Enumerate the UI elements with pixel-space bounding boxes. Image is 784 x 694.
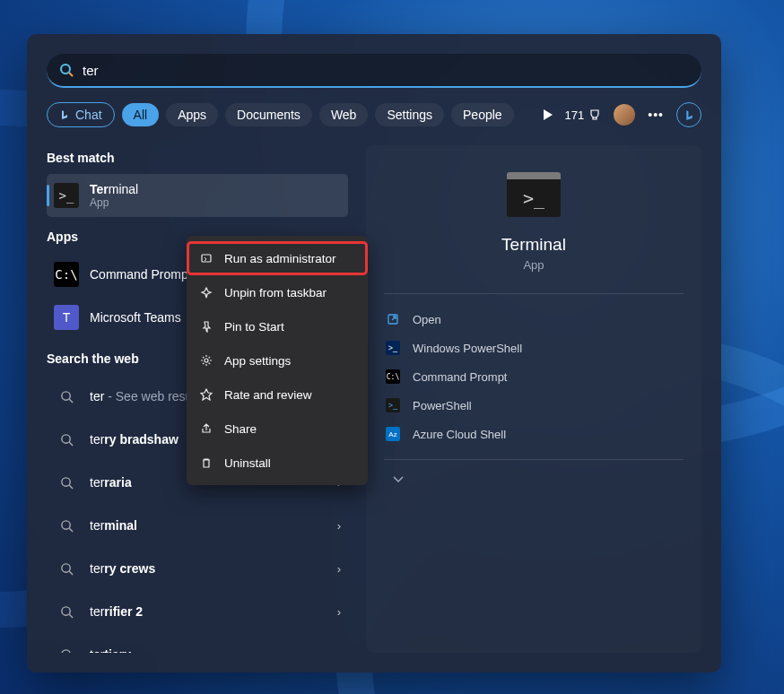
search-icon: [54, 384, 79, 409]
filter-web[interactable]: Web: [319, 103, 369, 126]
web-suggestion[interactable]: terry crews ›: [47, 547, 348, 590]
filter-people[interactable]: People: [451, 103, 514, 126]
action-label: Azure Cloud Shell: [413, 428, 506, 441]
ctx-label: Pin to Start: [224, 320, 284, 334]
search-query: ter: [83, 63, 99, 78]
cmd-icon: C:\: [54, 262, 79, 287]
panel-title: Terminal: [501, 235, 566, 255]
result-title: Terminal: [90, 182, 341, 196]
preview-panel: >_ Terminal App Open>_ Windows PowerShel…: [366, 145, 701, 653]
svg-point-8: [61, 520, 69, 528]
chevron-right-icon: ›: [337, 562, 341, 576]
ctx-admin[interactable]: Run as administrator: [187, 241, 368, 275]
panel-action-open[interactable]: Open: [384, 305, 684, 334]
filter-documents[interactable]: Documents: [225, 103, 312, 126]
svg-point-6: [61, 477, 69, 485]
ctx-label: Run as administrator: [224, 252, 336, 265]
terminal-app-icon: >_: [507, 172, 561, 217]
divider: [384, 459, 684, 460]
panel-action-cmd[interactable]: C:\ Command Prompt: [384, 362, 684, 391]
ctx-label: App settings: [224, 354, 291, 368]
panel-action-ps2[interactable]: >_ PowerShell: [384, 391, 684, 420]
panel-subtitle: App: [523, 258, 544, 272]
bing-chat-icon[interactable]: [676, 102, 701, 127]
suggestion-text: tertiary: [90, 647, 327, 653]
chevron-right-icon: ›: [337, 605, 341, 619]
ctx-label: Uninstall: [224, 456, 271, 470]
svg-line-1: [69, 73, 73, 76]
unpin-icon: [199, 285, 213, 299]
ctx-label: Share: [224, 422, 257, 436]
chevron-right-icon: ›: [337, 519, 341, 533]
rewards-points[interactable]: 171: [565, 108, 602, 122]
svg-point-0: [61, 65, 70, 74]
ps-icon: >_: [386, 341, 400, 355]
ctx-unpin[interactable]: Unpin from taskbar: [187, 275, 368, 309]
svg-point-2: [61, 391, 69, 399]
result-terminal[interactable]: >_ Terminal App: [47, 174, 348, 217]
context-menu: Run as administrator Unpin from taskbar …: [187, 236, 368, 485]
svg-line-7: [69, 485, 73, 489]
svg-line-13: [69, 614, 73, 618]
svg-point-4: [61, 434, 69, 442]
filter-all[interactable]: All: [122, 103, 160, 126]
action-label: Windows PowerShell: [413, 342, 522, 355]
open-icon: [386, 312, 400, 326]
ctx-label: Rate and review: [224, 388, 312, 402]
ps2-icon: >_: [386, 398, 400, 412]
section-best-match: Best match: [47, 151, 348, 165]
user-avatar[interactable]: [614, 104, 635, 126]
more-icon[interactable]: •••: [648, 108, 664, 122]
admin-icon: [199, 251, 213, 265]
panel-action-azure[interactable]: Az Azure Cloud Shell: [384, 420, 684, 448]
ctx-share[interactable]: Share: [187, 412, 368, 446]
trash-icon: [199, 455, 213, 470]
action-label: Command Prompt: [413, 370, 507, 384]
svg-rect-17: [202, 255, 211, 262]
pin-icon: [199, 319, 213, 334]
search-input[interactable]: ter: [47, 54, 701, 88]
bing-icon: [59, 109, 70, 120]
svg-point-12: [61, 606, 69, 614]
filter-settings[interactable]: Settings: [375, 103, 444, 126]
search-icon: [54, 556, 79, 581]
suggestion-text: terminal: [90, 518, 327, 533]
svg-point-14: [61, 649, 69, 653]
ctx-label: Unpin from taskbar: [224, 286, 327, 299]
svg-point-10: [61, 563, 69, 571]
overflow-play-icon[interactable]: [544, 109, 553, 120]
filter-apps[interactable]: Apps: [166, 103, 218, 126]
ctx-trash[interactable]: Uninstall: [187, 446, 368, 480]
star-icon: [199, 387, 213, 402]
action-label: Open: [413, 313, 441, 326]
filter-chat[interactable]: Chat: [47, 102, 115, 127]
ctx-star[interactable]: Rate and review: [187, 377, 368, 412]
search-icon: [54, 599, 79, 624]
action-label: PowerShell: [413, 399, 472, 412]
ctx-pin[interactable]: Pin to Start: [187, 309, 368, 343]
web-suggestion[interactable]: tertiary ›: [47, 633, 348, 653]
search-icon: [54, 470, 79, 495]
share-icon: [199, 421, 213, 436]
filter-row: Chat All Apps Documents Web Settings Peo…: [47, 102, 701, 127]
search-icon: [54, 427, 79, 452]
gear-icon: [199, 353, 213, 368]
svg-line-9: [69, 528, 73, 532]
search-icon: [54, 642, 79, 653]
svg-line-3: [69, 399, 73, 403]
svg-line-5: [69, 442, 73, 446]
suggestion-text: terrifier 2: [90, 604, 327, 619]
svg-line-11: [69, 571, 73, 575]
cmd-icon: C:\: [386, 369, 400, 384]
web-suggestion[interactable]: terminal ›: [47, 504, 348, 547]
azure-icon: Az: [386, 427, 400, 441]
trophy-icon: [588, 108, 601, 121]
start-menu: ter Chat All Apps Documents Web Settings…: [27, 34, 721, 672]
expand-chevron-icon[interactable]: [384, 471, 684, 483]
search-icon: [54, 513, 79, 538]
panel-action-ps[interactable]: >_ Windows PowerShell: [384, 334, 684, 362]
ctx-gear[interactable]: App settings: [187, 343, 368, 377]
web-suggestion[interactable]: terrifier 2 ›: [47, 590, 348, 633]
divider: [384, 293, 684, 294]
chevron-right-icon: ›: [337, 648, 341, 654]
